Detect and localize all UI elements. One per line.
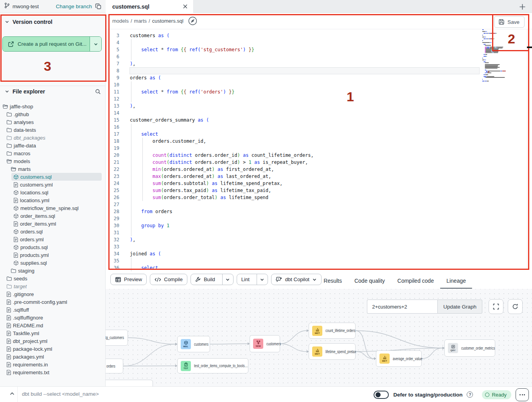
lint-dropdown[interactable] bbox=[257, 274, 268, 285]
met-badge: MET bbox=[379, 354, 390, 364]
save-label: Save bbox=[507, 19, 519, 25]
lineage-node-count-lifetime-orders[interactable]: METcount_lifetime_orders bbox=[309, 323, 356, 339]
command-input[interactable]: dbt build --select <model_name> bbox=[22, 391, 99, 397]
new-tab-button[interactable] bbox=[518, 3, 526, 11]
tree-item-macros[interactable]: macros bbox=[0, 149, 106, 157]
lineage-node-customers-sem[interactable]: SEMcustomers bbox=[250, 335, 280, 352]
file-search-icon[interactable] bbox=[95, 89, 101, 95]
update-graph-button[interactable]: Update Graph bbox=[437, 300, 482, 314]
file-explorer-header[interactable]: File explorer bbox=[0, 86, 106, 97]
minimap[interactable] bbox=[482, 29, 527, 108]
tree-item-staging[interactable]: staging bbox=[0, 267, 106, 275]
tree-item-orders-sql[interactable]: orders.sql bbox=[0, 228, 106, 235]
tab-code-quality[interactable]: Code quality bbox=[354, 272, 386, 289]
compile-button[interactable]: Compile bbox=[150, 274, 187, 285]
node-label: stg_customers bbox=[106, 336, 124, 340]
tree-item-requirements-in[interactable]: requirements.in bbox=[0, 361, 106, 368]
tree-item-seeds[interactable]: seeds bbox=[0, 275, 106, 282]
sem-badge: SEM bbox=[253, 339, 263, 349]
tree-item-dbt-project-yml[interactable]: dbt_project.yml bbox=[0, 337, 106, 345]
tree-item-dbt-packages[interactable]: dbt_packages bbox=[0, 134, 106, 142]
tree-item-customers-yml[interactable]: customers.yml bbox=[0, 181, 106, 188]
build-dropdown[interactable] bbox=[222, 274, 233, 285]
tree-item-analyses[interactable]: analyses bbox=[0, 118, 106, 126]
tree-item-label: jaffle-data bbox=[14, 143, 36, 149]
help-icon[interactable]: ? bbox=[467, 391, 473, 398]
preview-button[interactable]: Preview bbox=[110, 274, 147, 285]
panel-tabs: ResultsCode qualityCompiled codeLineage bbox=[323, 272, 467, 289]
code-editor[interactable]: 3customers as (45 select * from {{ ref('… bbox=[106, 29, 532, 272]
tree-item--github[interactable]: .github bbox=[0, 110, 106, 118]
more-options-button[interactable] bbox=[516, 388, 529, 401]
tree-item--pre-commit-config-yaml[interactable]: .pre-commit-config.yaml bbox=[0, 298, 106, 306]
defer-label: Defer to staging/production bbox=[393, 392, 462, 398]
breadcrumb-marts[interactable]: marts bbox=[134, 18, 147, 24]
tree-item-order-items-yml[interactable]: order_items.yml bbox=[0, 220, 106, 228]
tree-item-label: analyses bbox=[14, 119, 34, 125]
tree-item-supplies-sql[interactable]: supplies.sql bbox=[0, 259, 106, 267]
tab-compiled-code[interactable]: Compiled code bbox=[397, 272, 435, 289]
tree-item-label: .sqlfluff bbox=[13, 307, 29, 313]
lineage-node-orders[interactable]: MDLorders bbox=[106, 359, 123, 373]
lineage-node-partial-node[interactable] bbox=[106, 380, 153, 386]
lineage-node-lifetime-spend-pretax[interactable]: METlifetime_spend_pretax bbox=[309, 343, 356, 360]
tab-close-icon[interactable] bbox=[183, 4, 188, 9]
fullscreen-button[interactable] bbox=[489, 299, 503, 314]
tree-item--sqlfluff[interactable]: .sqlfluff bbox=[0, 306, 106, 314]
tree-item-readme-md[interactable]: README.md bbox=[0, 321, 106, 329]
refresh-graph-button[interactable] bbox=[508, 299, 523, 314]
tree-item-locations-sql[interactable]: locations.sql bbox=[0, 188, 106, 196]
tree-item-requirements-txt[interactable]: requirements.txt bbox=[0, 368, 106, 376]
tree-item-order-items-sql[interactable]: order_items.sql bbox=[0, 212, 106, 220]
tree-item-jaffle-shop[interactable]: jaffle-shop bbox=[0, 102, 106, 110]
defer-toggle[interactable] bbox=[374, 391, 389, 399]
version-control-header[interactable]: Version control bbox=[0, 16, 106, 28]
tree-item-customers-sql[interactable]: customers.sql bbox=[0, 173, 106, 181]
lineage-node-customers-mdl[interactable]: MDLcustomers bbox=[177, 336, 210, 352]
tree-item-models[interactable]: models bbox=[0, 157, 106, 165]
met-icon bbox=[383, 355, 387, 359]
tree-item-taskfile-yml[interactable]: Taskfile.yml bbox=[0, 329, 106, 337]
tree-item-packages-yml[interactable]: packages.yml bbox=[0, 353, 106, 361]
breadcrumb-models[interactable]: models bbox=[112, 18, 129, 24]
tab-results[interactable]: Results bbox=[323, 272, 343, 289]
copy-branch-icon[interactable] bbox=[95, 3, 102, 10]
lint-button[interactable]: Lint bbox=[237, 274, 268, 285]
tab-customers-sql[interactable]: customers.sql bbox=[106, 0, 194, 13]
lineage-node-customer-order-metrics[interactable]: QRYcustomer_order_metrics bbox=[444, 339, 495, 357]
create-pull-request-main[interactable]: Create a pull request on Git... bbox=[3, 37, 90, 51]
tree-item--gitignore[interactable]: .gitignore bbox=[0, 290, 106, 298]
tree-item-package-lock-yml[interactable]: package-lock.yml bbox=[0, 345, 106, 353]
lineage-node-average-order-value[interactable]: METaverage_order_value bbox=[376, 350, 422, 367]
lineage-selector-input[interactable] bbox=[367, 300, 437, 314]
tree-item-marts[interactable]: marts bbox=[0, 165, 106, 173]
change-branch-link[interactable]: Change branch bbox=[56, 4, 92, 9]
code-line-19: 19 bbox=[106, 145, 314, 152]
file-icon bbox=[13, 197, 18, 203]
tree-item-orders-yml[interactable]: orders.yml bbox=[0, 235, 106, 243]
tree-item-locations-yml[interactable]: locations.yml bbox=[0, 196, 106, 204]
tree-item-target[interactable]: target bbox=[0, 282, 106, 290]
code-icon bbox=[155, 277, 161, 282]
lineage-node-test-order-items[interactable]: TSTtest_order_items_compute_to_bools… bbox=[177, 358, 248, 373]
sparkle-icon bbox=[276, 276, 282, 283]
chevron-down-icon bbox=[5, 20, 9, 24]
sidebar: Version control Create a pull request on… bbox=[0, 13, 106, 386]
tab-lineage[interactable]: Lineage bbox=[446, 272, 467, 289]
tree-item-data-tests[interactable]: data-tests bbox=[0, 126, 106, 134]
tree-item-products-sql[interactable]: products.sql bbox=[0, 243, 106, 251]
lineage-canvas[interactable]: MDLstg_customersMDLordersMDLcustomersTST… bbox=[106, 289, 532, 386]
command-bar-expand-icon[interactable] bbox=[9, 391, 15, 397]
build-button[interactable]: Build bbox=[191, 274, 234, 285]
tree-item-jaffle-data[interactable]: jaffle-data bbox=[0, 142, 106, 149]
dbt-copilot-button[interactable]: dbt Copilot bbox=[271, 274, 322, 285]
lineage-node-stg-customers[interactable]: MDLstg_customers bbox=[106, 330, 128, 346]
tree-item-metricflow-time-spine-sql[interactable]: metricflow_time_spine.sql bbox=[0, 204, 106, 212]
dbt-docs-icon[interactable] bbox=[188, 16, 197, 25]
tree-item--sqlfluffignore[interactable]: .sqlfluffignore bbox=[0, 314, 106, 321]
breadcrumb-file[interactable]: customers.sql bbox=[152, 18, 183, 24]
save-button[interactable]: Save bbox=[494, 16, 525, 28]
line-number: 14 bbox=[106, 109, 119, 117]
tree-item-products-yml[interactable]: products.yml bbox=[0, 251, 106, 259]
pull-request-dropdown-button[interactable] bbox=[90, 37, 101, 51]
